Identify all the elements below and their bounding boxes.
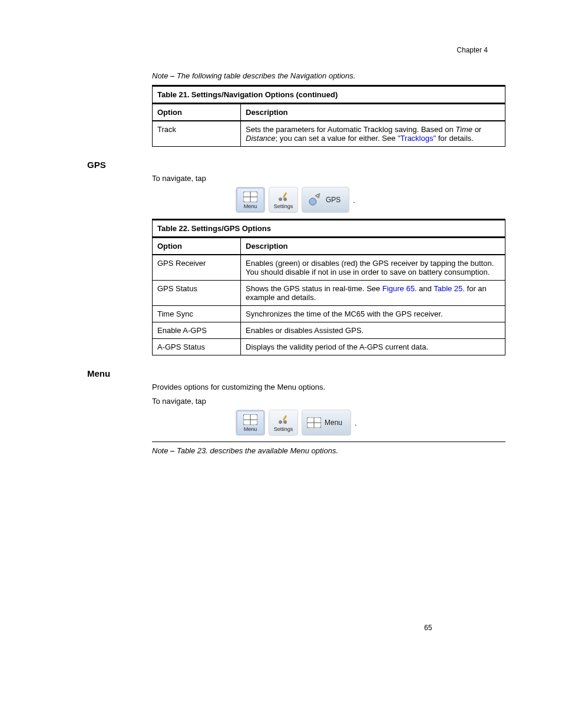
table1-header-description: Description [241,104,505,121]
menu-nav-toolbar: Menu Settings Menu . [236,410,488,436]
svg-point-7 [316,195,319,197]
gps-nav-toolbar: Menu Settings GPS . [236,187,488,213]
gps-nav-line: To navigate, tap [152,173,488,184]
wrench-icon [277,413,290,426]
table-row: A-GPS Status Displays the validity perio… [153,339,505,355]
menu-button[interactable]: Menu [236,410,265,436]
table1-caption: Table 21. Settings/Navigation Options (c… [152,85,505,104]
table-navigation-options: Option Description Track Sets the parame… [152,104,505,147]
menu-description: Provides options for customizing the Men… [152,382,488,393]
table25-link[interactable]: Table 25. [434,284,465,293]
menu-nav-line: To navigate, tap [152,396,488,407]
divider [152,442,505,442]
satellite-icon [307,193,322,206]
gps-heading: GPS [87,160,488,170]
svg-rect-13 [283,415,287,421]
table-row: Enable A-GPS Enables or disables Assiste… [153,322,505,339]
menu-button[interactable]: Menu [236,187,265,213]
svg-rect-5 [283,192,287,198]
table1-header-option: Option [153,104,241,121]
svg-point-12 [283,420,287,424]
table2-header-option: Option [153,238,241,255]
svg-point-6 [309,198,316,205]
menu-heading: Menu [87,368,488,378]
page-number: 65 [424,624,432,632]
menu-grid-icon [243,190,257,203]
page-content: Chapter 4 Note – The following table des… [87,46,488,460]
svg-point-3 [279,197,282,201]
table-row: Time Sync Synchronizes the time of the M… [153,306,505,322]
table2-header-description: Description [241,238,505,255]
gps-button[interactable]: GPS [302,187,349,213]
menu-grid-icon [307,416,321,429]
table-row: GPS Receiver Enables (green) or disables… [153,255,505,281]
settings-button[interactable]: Settings [269,410,298,436]
settings-button[interactable]: Settings [269,187,298,213]
tracklogs-link[interactable]: "Tracklogs" [398,134,436,143]
menu-grid-icon [243,413,257,426]
svg-point-4 [283,197,287,201]
wrench-icon [277,190,290,203]
svg-point-11 [279,420,282,424]
menu-note: Note – Table 23. describes the available… [152,446,488,456]
table2-caption: Table 22. Settings/GPS Options [152,219,505,238]
figure65-link[interactable]: Figure 65. [382,284,417,293]
menu-wide-button[interactable]: Menu [302,410,351,436]
chapter-header: Chapter 4 [87,46,488,54]
navigation-note: Note – The following table describes the… [152,71,488,81]
table1-row0-option: Track [153,121,241,147]
table1-row0-desc: Sets the parameters for Automatic Trackl… [241,121,505,147]
table-gps-options: Option Description GPS Receiver Enables … [152,238,505,355]
table-row: GPS Status Shows the GPS status in real-… [153,281,505,306]
table-row: Track Sets the parameters for Automatic … [153,121,505,147]
